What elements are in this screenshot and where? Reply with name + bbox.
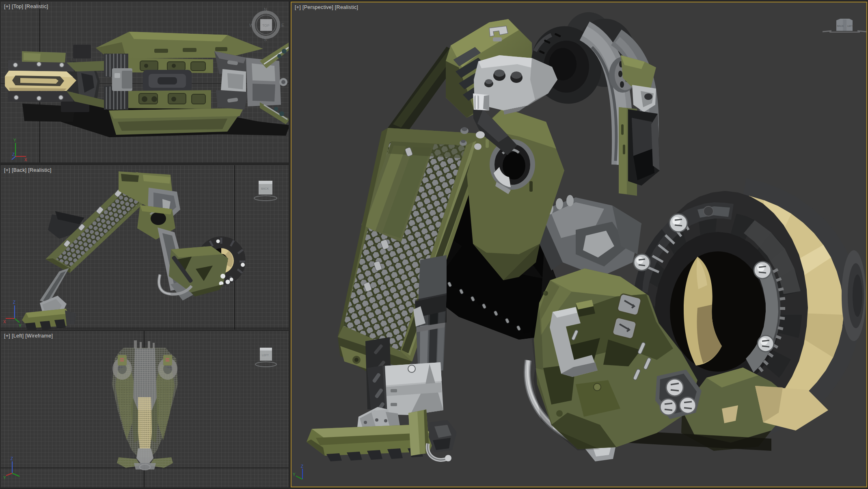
- svg-text:Z: Z: [13, 300, 15, 305]
- svg-text:BACK: BACK: [261, 187, 269, 190]
- svg-text:TOP: TOP: [262, 24, 270, 28]
- svg-text:W: W: [249, 23, 254, 28]
- svg-text:Y: Y: [13, 138, 16, 143]
- svg-text:Y: Y: [3, 476, 6, 480]
- svg-text:BACK: BACK: [837, 25, 844, 27]
- svg-text:Y: Y: [293, 472, 296, 477]
- svg-text:S: S: [264, 37, 267, 42]
- svg-text:E: E: [281, 23, 284, 28]
- svg-text:Z: Z: [12, 152, 15, 157]
- svg-text:N: N: [264, 7, 267, 12]
- svg-text:X: X: [24, 158, 27, 162]
- svg-text:LEFT: LEFT: [262, 354, 269, 357]
- svg-text:Z: Z: [301, 464, 303, 469]
- svg-text:X: X: [3, 320, 6, 324]
- svg-text:Z: Z: [11, 457, 13, 461]
- svg-text:Y: Y: [19, 324, 22, 328]
- svg-text:LEFT: LEFT: [847, 25, 853, 27]
